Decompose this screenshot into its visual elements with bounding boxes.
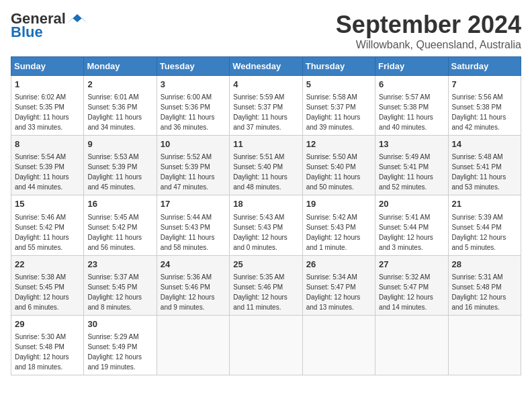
day-info: Sunrise: 5:39 AMSunset: 5:44 PMDaylight:… [452, 214, 506, 251]
day-info: Sunrise: 6:02 AMSunset: 5:35 PMDaylight:… [15, 93, 69, 131]
day-info: Sunrise: 5:29 AMSunset: 5:49 PMDaylight:… [87, 333, 142, 371]
day-number: 12 [306, 138, 371, 150]
day-info: Sunrise: 5:52 AMSunset: 5:39 PMDaylight:… [161, 153, 215, 191]
calendar-cell: 29 Sunrise: 5:30 AMSunset: 5:48 PMDaylig… [11, 315, 84, 375]
day-info: Sunrise: 5:30 AMSunset: 5:48 PMDaylight:… [15, 333, 69, 371]
day-number: 24 [161, 259, 226, 271]
day-number: 9 [87, 138, 152, 150]
day-number: 18 [233, 198, 298, 210]
calendar-cell: 10 Sunrise: 5:52 AMSunset: 5:39 PMDaylig… [157, 136, 229, 195]
calendar-cell: 16 Sunrise: 5:45 AMSunset: 5:42 PMDaylig… [84, 195, 157, 255]
calendar-cell: 11 Sunrise: 5:51 AMSunset: 5:40 PMDaylig… [230, 136, 302, 195]
day-number: 13 [379, 138, 444, 150]
day-info: Sunrise: 5:53 AMSunset: 5:39 PMDaylight:… [87, 153, 142, 191]
logo-bird-icon [67, 11, 87, 26]
day-number: 28 [452, 259, 517, 271]
calendar-cell: 6 Sunrise: 5:57 AMSunset: 5:38 PMDayligh… [375, 76, 448, 136]
calendar-cell: 2 Sunrise: 6:01 AMSunset: 5:36 PMDayligh… [84, 76, 157, 136]
day-info: Sunrise: 6:01 AMSunset: 5:36 PMDaylight:… [87, 93, 142, 131]
empty-cell [230, 315, 302, 375]
day-number: 26 [306, 259, 371, 271]
calendar-row: 8 Sunrise: 5:54 AMSunset: 5:39 PMDayligh… [11, 136, 521, 195]
day-info: Sunrise: 6:00 AMSunset: 5:36 PMDaylight:… [161, 93, 215, 131]
calendar-cell: 20 Sunrise: 5:41 AMSunset: 5:44 PMDaylig… [375, 195, 448, 255]
calendar-cell: 26 Sunrise: 5:34 AMSunset: 5:47 PMDaylig… [302, 255, 375, 315]
calendar-cell: 7 Sunrise: 5:56 AMSunset: 5:38 PMDayligh… [448, 76, 521, 136]
day-number: 10 [161, 138, 226, 150]
day-number: 23 [87, 259, 152, 271]
day-info: Sunrise: 5:59 AMSunset: 5:37 PMDaylight:… [233, 93, 287, 131]
month-title: September 2024 [336, 11, 521, 39]
calendar-cell: 21 Sunrise: 5:39 AMSunset: 5:44 PMDaylig… [448, 195, 521, 255]
day-info: Sunrise: 5:48 AMSunset: 5:41 PMDaylight:… [452, 153, 506, 191]
calendar-cell: 12 Sunrise: 5:50 AMSunset: 5:40 PMDaylig… [302, 136, 375, 195]
page-header: General Blue September 2024 Willowbank, … [11, 11, 521, 51]
day-number: 8 [15, 138, 80, 150]
day-info: Sunrise: 5:36 AMSunset: 5:46 PMDaylight:… [161, 273, 215, 311]
day-info: Sunrise: 5:32 AMSunset: 5:47 PMDaylight:… [379, 273, 433, 311]
calendar-cell: 13 Sunrise: 5:49 AMSunset: 5:41 PMDaylig… [375, 136, 448, 195]
day-number: 4 [233, 79, 298, 91]
day-number: 19 [306, 198, 371, 210]
calendar-cell: 4 Sunrise: 5:59 AMSunset: 5:37 PMDayligh… [230, 76, 302, 136]
logo-blue: Blue [11, 24, 43, 40]
day-info: Sunrise: 5:45 AMSunset: 5:42 PMDaylight:… [87, 214, 142, 251]
day-number: 22 [15, 259, 80, 271]
col-monday: Monday [84, 57, 157, 76]
day-info: Sunrise: 5:44 AMSunset: 5:43 PMDaylight:… [161, 214, 215, 251]
calendar-cell: 9 Sunrise: 5:53 AMSunset: 5:39 PMDayligh… [84, 136, 157, 195]
day-info: Sunrise: 5:54 AMSunset: 5:39 PMDaylight:… [15, 153, 69, 191]
location-title: Willowbank, Queensland, Australia [336, 39, 521, 51]
day-number: 27 [379, 259, 444, 271]
day-number: 29 [15, 318, 80, 330]
day-info: Sunrise: 5:51 AMSunset: 5:40 PMDaylight:… [233, 153, 287, 191]
day-number: 16 [87, 198, 152, 210]
calendar-cell: 14 Sunrise: 5:48 AMSunset: 5:41 PMDaylig… [448, 136, 521, 195]
day-info: Sunrise: 5:31 AMSunset: 5:48 PMDaylight:… [452, 273, 506, 311]
empty-cell [302, 315, 375, 375]
calendar-cell: 18 Sunrise: 5:43 AMSunset: 5:43 PMDaylig… [230, 195, 302, 255]
day-info: Sunrise: 5:49 AMSunset: 5:41 PMDaylight:… [379, 153, 433, 191]
day-number: 21 [452, 198, 517, 210]
day-number: 11 [233, 138, 298, 150]
col-sunday: Sunday [11, 57, 84, 76]
calendar-cell: 1 Sunrise: 6:02 AMSunset: 5:35 PMDayligh… [11, 76, 84, 136]
calendar-cell: 28 Sunrise: 5:31 AMSunset: 5:48 PMDaylig… [448, 255, 521, 315]
day-number: 17 [161, 198, 226, 210]
calendar-cell: 19 Sunrise: 5:42 AMSunset: 5:43 PMDaylig… [302, 195, 375, 255]
title-block: September 2024 Willowbank, Queensland, A… [336, 11, 521, 51]
col-wednesday: Wednesday [230, 57, 302, 76]
day-number: 6 [379, 79, 444, 91]
calendar-row: 29 Sunrise: 5:30 AMSunset: 5:48 PMDaylig… [11, 315, 521, 375]
calendar-row: 22 Sunrise: 5:38 AMSunset: 5:45 PMDaylig… [11, 255, 521, 315]
calendar-table: Sunday Monday Tuesday Wednesday Thursday… [11, 56, 521, 375]
calendar-cell: 25 Sunrise: 5:35 AMSunset: 5:46 PMDaylig… [230, 255, 302, 315]
day-info: Sunrise: 5:50 AMSunset: 5:40 PMDaylight:… [306, 153, 361, 191]
day-info: Sunrise: 5:43 AMSunset: 5:43 PMDaylight:… [233, 214, 287, 251]
day-info: Sunrise: 5:46 AMSunset: 5:42 PMDaylight:… [15, 214, 69, 251]
day-number: 2 [87, 79, 152, 91]
calendar-row: 15 Sunrise: 5:46 AMSunset: 5:42 PMDaylig… [11, 195, 521, 255]
day-info: Sunrise: 5:42 AMSunset: 5:43 PMDaylight:… [306, 214, 361, 251]
svg-marker-0 [67, 14, 87, 24]
day-info: Sunrise: 5:35 AMSunset: 5:46 PMDaylight:… [233, 273, 287, 311]
col-thursday: Thursday [302, 57, 375, 76]
header-row: Sunday Monday Tuesday Wednesday Thursday… [11, 57, 521, 76]
day-info: Sunrise: 5:56 AMSunset: 5:38 PMDaylight:… [452, 93, 506, 131]
day-number: 7 [452, 79, 517, 91]
day-info: Sunrise: 5:34 AMSunset: 5:47 PMDaylight:… [306, 273, 361, 311]
day-number: 20 [379, 198, 444, 210]
day-number: 30 [87, 318, 152, 330]
calendar-cell: 30 Sunrise: 5:29 AMSunset: 5:49 PMDaylig… [84, 315, 157, 375]
calendar-cell: 5 Sunrise: 5:58 AMSunset: 5:37 PMDayligh… [302, 76, 375, 136]
calendar-row: 1 Sunrise: 6:02 AMSunset: 5:35 PMDayligh… [11, 76, 521, 136]
calendar-cell: 8 Sunrise: 5:54 AMSunset: 5:39 PMDayligh… [11, 136, 84, 195]
col-friday: Friday [375, 57, 448, 76]
empty-cell [448, 315, 521, 375]
calendar-header: Sunday Monday Tuesday Wednesday Thursday… [11, 57, 521, 76]
calendar-cell: 15 Sunrise: 5:46 AMSunset: 5:42 PMDaylig… [11, 195, 84, 255]
calendar-cell: 17 Sunrise: 5:44 AMSunset: 5:43 PMDaylig… [157, 195, 229, 255]
col-tuesday: Tuesday [157, 57, 229, 76]
day-info: Sunrise: 5:41 AMSunset: 5:44 PMDaylight:… [379, 214, 433, 251]
logo: General Blue [11, 11, 87, 40]
